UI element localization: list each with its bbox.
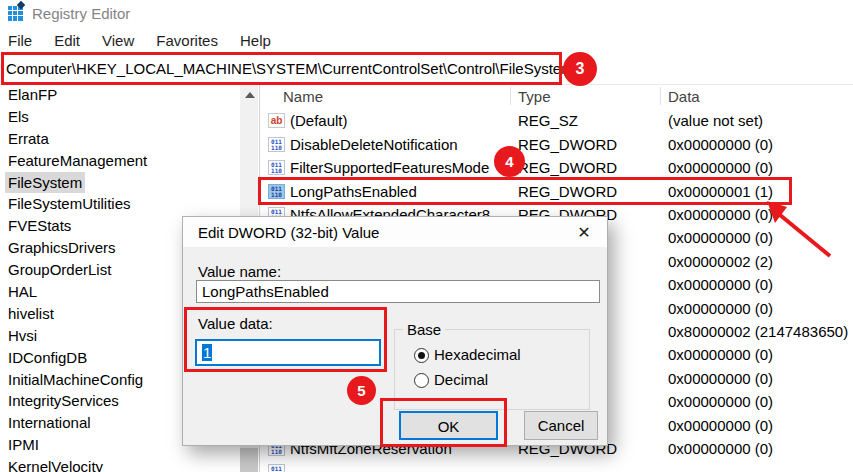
tree-item-elanfp[interactable]: ElanFP: [0, 84, 240, 106]
reg-dword-icon: [268, 137, 285, 152]
value-row-filtersupportedfeaturesmode[interactable]: FilterSupportedFeaturesMode REG_DWORD 0x…: [262, 156, 853, 179]
value-name-field[interactable]: LongPathsEnabled: [196, 280, 600, 303]
tree-item-filesystemutilities[interactable]: FileSystemUtilities: [0, 193, 240, 215]
menu-file[interactable]: File: [0, 28, 43, 53]
column-header-data[interactable]: Data: [668, 87, 700, 106]
value-row[interactable]: [262, 460, 853, 472]
tree-item-filesystem-selected[interactable]: FileSystem: [0, 172, 240, 194]
annotation-badge-3: 3: [563, 52, 597, 86]
menu-favorites[interactable]: Favorites: [145, 28, 229, 53]
window-title: Registry Editor: [32, 5, 130, 22]
reg-dword-icon: [268, 160, 285, 175]
menu-bar: File Edit View Favorites Help: [0, 28, 853, 53]
reg-sz-icon: ab: [268, 113, 285, 128]
value-row-default[interactable]: ab (Default) REG_SZ (value not set): [262, 109, 853, 132]
header-separator[interactable]: [660, 87, 661, 105]
menu-help[interactable]: Help: [229, 28, 282, 53]
tree-item-kernelvelocity[interactable]: KernelVelocity: [0, 456, 240, 472]
header-separator[interactable]: [510, 87, 511, 105]
annotation-badge-4: 4: [494, 146, 525, 177]
dialog-title-bar: Edit DWORD (32-bit) Value ✕: [183, 217, 607, 247]
annotation-arrow: [758, 196, 848, 266]
scroll-up-icon[interactable]: [245, 92, 255, 98]
title-bar: Registry Editor: [0, 0, 853, 28]
cancel-button[interactable]: Cancel: [524, 411, 598, 440]
close-icon[interactable]: ✕: [573, 222, 595, 244]
radio-unselected-icon[interactable]: [414, 373, 429, 388]
menu-edit[interactable]: Edit: [43, 28, 91, 53]
value-name-label: Value name:: [198, 263, 281, 280]
annotation-box-value-data: [184, 307, 387, 372]
reg-dword-icon: [268, 464, 285, 472]
menu-view[interactable]: View: [91, 28, 145, 53]
value-row-disabledeletenotification[interactable]: DisableDeleteNotification REG_DWORD 0x00…: [262, 133, 853, 156]
annotation-box-longpathsenabled-row: [258, 177, 792, 205]
column-header-type[interactable]: Type: [518, 87, 551, 106]
dialog-title: Edit DWORD (32-bit) Value: [198, 224, 379, 241]
radio-selected-icon[interactable]: [414, 348, 429, 363]
annotation-box-address: [1, 52, 562, 85]
base-group-label: Base: [403, 321, 445, 338]
registry-editor-window: Registry Editor File Edit View Favorites…: [0, 0, 853, 472]
tree-scrollbar-thumb[interactable]: [240, 448, 258, 472]
column-header-name[interactable]: Name: [283, 87, 323, 106]
tree-item-errata[interactable]: Errata: [0, 128, 240, 150]
annotation-badge-5: 5: [347, 376, 376, 405]
radio-hexadecimal[interactable]: Hexadecimal: [414, 347, 521, 363]
annotation-box-ok-button: [380, 398, 507, 447]
radio-decimal[interactable]: Decimal: [414, 372, 488, 388]
tree-item-els[interactable]: Els: [0, 106, 240, 128]
tree-item-featuremanagement[interactable]: FeatureManagement: [0, 150, 240, 172]
